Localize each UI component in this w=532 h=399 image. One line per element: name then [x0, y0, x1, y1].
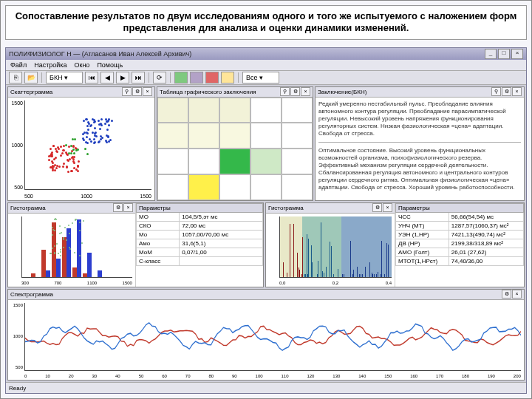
params-right-table: Параметры ЧСС56,66(54,54) мсУНЧ (МТ)1287… [395, 203, 524, 266]
panel-title: Спектрограмма [10, 291, 501, 298]
params-left-table: Параметры МО104,5/5,эт мсСКО72,00 мсМо10… [136, 203, 263, 266]
grid-green-icon[interactable] [174, 72, 188, 83]
spectrum-chart: 0,00,20,4 [266, 214, 395, 287]
app-title: ПОЛИФИЗИОЛОГ Н — (Атласанов Иван Алексей… [9, 50, 485, 58]
maximize-button[interactable]: □ [498, 49, 510, 59]
config-icon[interactable]: ⚙ [132, 87, 142, 96]
matrix-grid [157, 98, 313, 200]
menubar: Файл Настройка Окно Помощь [6, 60, 526, 71]
panel-scatter: Скаттерграмма ⚲ ⚙ × 15001000500 50010001… [7, 86, 155, 201]
close-icon[interactable]: × [123, 203, 133, 212]
statusbar: Ready [6, 382, 526, 393]
menu-settings[interactable]: Настройка [34, 61, 66, 69]
close-button[interactable]: × [511, 49, 523, 59]
slide-title: Сопоставление результатов по двум исслед… [5, 5, 527, 40]
config-icon[interactable]: ⚙ [113, 203, 123, 212]
close-icon[interactable]: × [383, 203, 392, 212]
close-icon[interactable]: × [301, 87, 310, 96]
spark-chart: 15001000500 0102030405060708090100110120… [8, 300, 524, 381]
grid-purple-icon[interactable] [190, 72, 203, 83]
conclusion-text: Редкий умеренно нестабильный пульс. Прео… [316, 98, 524, 200]
close-icon[interactable]: × [143, 87, 152, 96]
separator [41, 72, 42, 83]
mode-combo[interactable]: БКН ▾ [46, 72, 83, 83]
toolbar: ⎘ 📂 БКН ▾ ⏮ ◀ ▶ ⏭ ⟳ Все ▾ [6, 71, 526, 85]
config-icon[interactable]: ⚙ [290, 87, 300, 96]
pin-icon[interactable]: ⚲ [280, 87, 290, 96]
separator [238, 72, 239, 83]
open-icon[interactable]: 📂 [24, 72, 38, 83]
panel-matrix: Таблица графического заключения ⚲ ⚙ × [157, 86, 313, 201]
panel-title: Гистограмма [268, 205, 372, 211]
panel-title: Заключение(БКН) [318, 89, 491, 95]
titlebar: ПОЛИФИЗИОЛОГ Н — (Атласанов Иван Алексей… [6, 48, 526, 60]
filter-combo[interactable]: Все ▾ [242, 72, 279, 83]
panel-title: Таблица графического заключения [160, 89, 279, 95]
panel-conclusion: Заключение(БКН) ⚲ ⚙ × Редкий умеренно не… [315, 86, 525, 201]
panel-title: Скаттерграмма [10, 89, 121, 95]
pin-icon[interactable]: ⚲ [122, 87, 132, 96]
panel-title: Гистограмма [10, 205, 112, 211]
grid-yellow-icon[interactable] [221, 72, 234, 83]
new-icon[interactable]: ⎘ [9, 72, 22, 83]
pin-icon[interactable]: ⚲ [491, 87, 501, 96]
panel-hist-left: Гистограмма ⚙ × 30070011001500 Параметры [7, 202, 264, 287]
refresh-icon[interactable]: ⟳ [153, 72, 166, 83]
config-icon[interactable]: ⚙ [502, 87, 511, 96]
next-icon[interactable]: ▶ [116, 72, 129, 83]
menu-file[interactable]: Файл [10, 61, 27, 69]
first-icon[interactable]: ⏮ [85, 72, 98, 83]
menu-window[interactable]: Окно [74, 61, 89, 69]
menu-help[interactable]: Помощь [97, 61, 123, 69]
config-icon[interactable]: ⚙ [372, 203, 382, 212]
config-icon[interactable]: ⚙ [502, 290, 511, 299]
minimize-button[interactable]: _ [485, 49, 497, 59]
scatter-plot: 15001000500 50010001500 [8, 98, 154, 200]
prev-icon[interactable]: ◀ [100, 72, 114, 83]
separator [149, 72, 149, 83]
panel-spark: Спектрограмма ⚙ × 15001000500 0102030405… [7, 289, 525, 381]
workspace: Скаттерграмма ⚲ ⚙ × 15001000500 50010001… [6, 85, 526, 383]
close-icon[interactable]: × [512, 87, 522, 96]
close-icon[interactable]: × [512, 290, 522, 299]
last-icon[interactable]: ⏭ [132, 72, 145, 83]
app-window: ПОЛИФИЗИОЛОГ Н — (Атласанов Иван Алексей… [5, 47, 527, 395]
separator [170, 72, 171, 83]
histogram-left: 30070011001500 [8, 214, 135, 287]
grid-red-icon[interactable] [205, 72, 219, 83]
panel-spectrum: Гистограмма ⚙ × 0,00,20,4 [265, 202, 525, 287]
